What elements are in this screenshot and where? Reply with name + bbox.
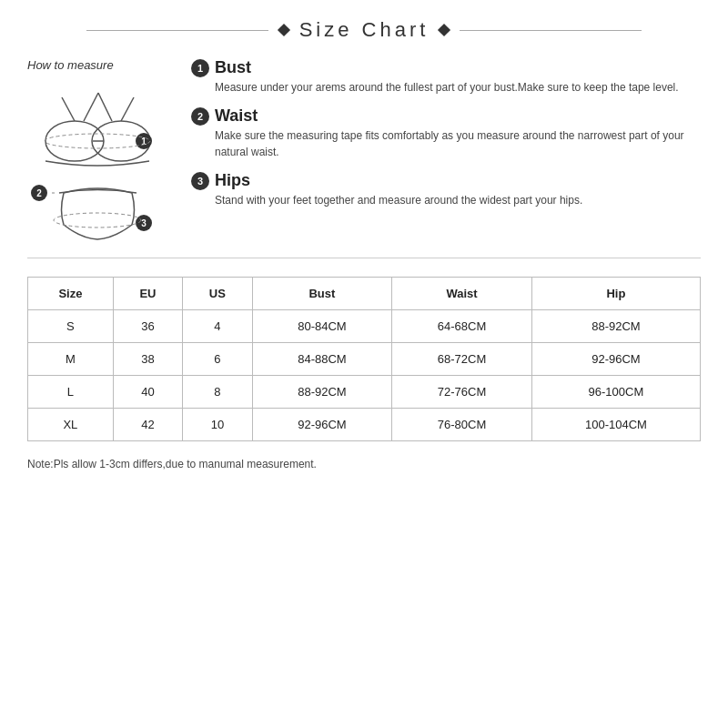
- col-eu: EU: [113, 278, 182, 310]
- svg-line-5: [121, 97, 134, 121]
- page-title: Size Chart: [299, 18, 430, 42]
- col-waist: Waist: [392, 278, 532, 310]
- hips-title: 3 Hips: [191, 171, 701, 190]
- cell-1-4: 68-72CM: [392, 343, 532, 376]
- waist-number: 2: [191, 107, 209, 126]
- cell-0-2: 4: [183, 310, 252, 343]
- cell-1-0: M: [28, 343, 114, 376]
- page-wrapper: Size Chart How to measure: [0, 0, 728, 728]
- title-row: Size Chart: [27, 18, 701, 42]
- cell-3-1: 42: [113, 409, 182, 441]
- cell-2-4: 72-76CM: [392, 376, 532, 409]
- svg-line-4: [84, 93, 98, 121]
- title-line-left: [86, 30, 268, 31]
- cell-3-3: 92-96CM: [252, 409, 392, 441]
- cell-0-0: S: [28, 310, 114, 343]
- col-bust: Bust: [252, 278, 392, 310]
- table-header-row: Size EU US Bust Waist Hip: [28, 278, 701, 310]
- bikini-illustration: 1 2 3: [27, 79, 164, 243]
- hips-label: Hips: [215, 171, 250, 190]
- cell-0-4: 64-68CM: [392, 310, 532, 343]
- diamond-left-icon: [278, 24, 290, 36]
- svg-line-3: [62, 97, 75, 121]
- cell-2-1: 40: [113, 376, 182, 409]
- cell-1-3: 84-88CM: [252, 343, 392, 376]
- cell-1-1: 38: [113, 343, 182, 376]
- left-panel: How to measure: [27, 58, 173, 243]
- cell-3-5: 100-104CM: [531, 409, 700, 441]
- cell-2-0: L: [28, 376, 114, 409]
- right-panel: 1 Bust Measure under your arems around t…: [191, 58, 701, 243]
- cell-3-4: 76-80CM: [392, 409, 532, 441]
- how-to-label: How to measure: [27, 58, 114, 72]
- cell-3-2: 10: [183, 409, 252, 441]
- table-row: M38684-88CM68-72CM92-96CM: [28, 343, 701, 376]
- col-size: Size: [28, 278, 114, 310]
- svg-point-15: [54, 213, 141, 228]
- waist-label: Waist: [215, 106, 258, 126]
- table-row: S36480-84CM64-68CM88-92CM: [28, 310, 701, 343]
- svg-text:2: 2: [36, 188, 42, 198]
- cell-0-1: 36: [113, 310, 182, 343]
- bust-title: 1 Bust: [191, 58, 701, 77]
- cell-1-5: 92-96CM: [531, 343, 700, 376]
- measure-section: How to measure: [27, 58, 701, 258]
- col-hip: Hip: [531, 278, 700, 310]
- cell-0-5: 88-92CM: [531, 310, 700, 343]
- waist-title: 2 Waist: [191, 106, 701, 126]
- bust-number: 1: [191, 59, 209, 77]
- cell-2-5: 96-100CM: [531, 376, 700, 409]
- bust-label: Bust: [215, 58, 251, 77]
- table-row: L40888-92CM72-76CM96-100CM: [28, 376, 701, 409]
- title-line-right: [460, 30, 642, 31]
- cell-1-2: 6: [183, 343, 252, 376]
- bust-description: Measure under your arems around the full…: [191, 79, 701, 96]
- svg-text:3: 3: [141, 218, 147, 228]
- hips-number: 3: [191, 172, 209, 190]
- cell-3-0: XL: [28, 409, 114, 441]
- svg-line-6: [98, 93, 112, 121]
- measure-item-waist: 2 Waist Make sure the measuring tape fit…: [191, 106, 701, 160]
- table-row: XL421092-96CM76-80CM100-104CM: [28, 409, 701, 441]
- measure-item-hips: 3 Hips Stand with your feet together and…: [191, 171, 701, 208]
- waist-description: Make sure the measuring tape fits comfor…: [191, 127, 701, 160]
- measure-item-bust: 1 Bust Measure under your arems around t…: [191, 58, 701, 96]
- hips-description: Stand with your feet together and measur…: [191, 192, 701, 208]
- cell-0-3: 80-84CM: [252, 310, 392, 343]
- cell-2-3: 88-92CM: [252, 376, 392, 409]
- note-text: Note:Pls allow 1-3cm differs,due to manu…: [27, 458, 701, 470]
- diamond-right-icon: [438, 24, 450, 36]
- cell-2-2: 8: [183, 376, 252, 409]
- size-table: Size EU US Bust Waist Hip S36480-84CM64-…: [27, 277, 701, 441]
- col-us: US: [183, 278, 252, 310]
